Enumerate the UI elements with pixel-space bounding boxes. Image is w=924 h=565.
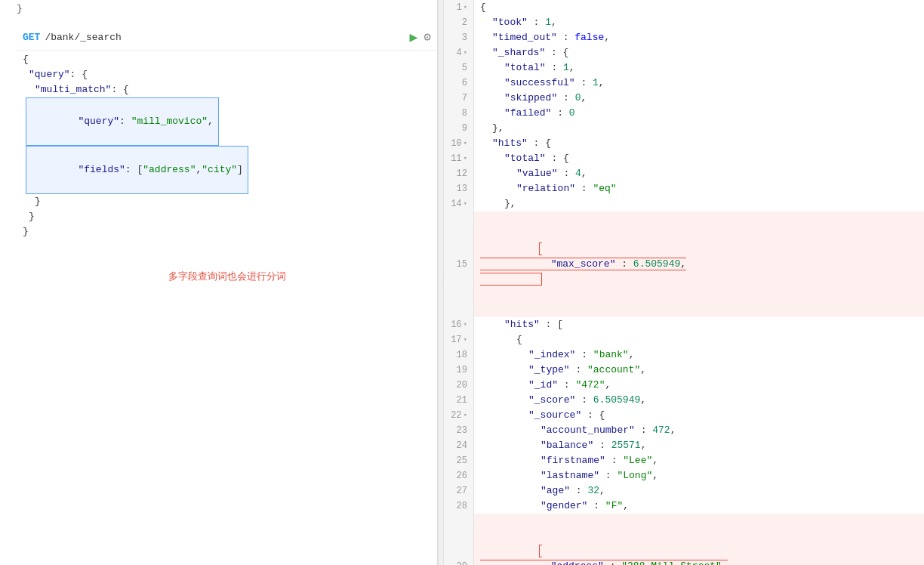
left-code-editor[interactable]: { "query": { "multi_match": { "query": "… xyxy=(17,51,437,565)
code-line-mm-close: } xyxy=(23,194,431,209)
right-line-18: 18 "_index" : "bank", xyxy=(444,347,924,363)
right-line-15: 15 "max_score" : 6.505949, xyxy=(444,211,924,317)
right-panel: 1▾ { 2 "took" : 1, 3 "timed_out" : false… xyxy=(444,0,924,565)
right-line-5: 5 "total" : 1, xyxy=(444,60,924,76)
right-line-21: 21 "_score" : 6.505949, xyxy=(444,393,924,408)
annotation-text: 多字段查询词也会进行分词 xyxy=(168,271,286,282)
left-panel: } GET /bank/_search ▶ ⚙ { "query": { "mu… xyxy=(0,0,438,565)
response-scroll[interactable]: 1▾ { 2 "took" : 1, 3 "timed_out" : false… xyxy=(444,0,924,565)
code-line-query-close: } xyxy=(23,209,431,224)
right-line-20: 20 "_id" : "472", xyxy=(444,378,924,393)
right-line-13: 13 "relation" : "eq" xyxy=(444,181,924,196)
code-line-outer-close: } xyxy=(23,224,431,239)
right-line-23: 23 "account_number" : 472, xyxy=(444,423,924,438)
code-line-fields-val: "fields": ["address","city"] xyxy=(23,146,431,194)
right-line-1: 1▾ { xyxy=(444,0,924,15)
right-line-9: 9 }, xyxy=(444,121,924,136)
right-line-26: 26 "lastname" : "Long", xyxy=(444,468,924,483)
right-line-28: 28 "gender" : "F", xyxy=(444,499,924,514)
right-line-14: 14▾ }, xyxy=(444,196,924,211)
request-url: /bank/_search xyxy=(45,32,402,43)
right-line-24: 24 "balance" : 25571, xyxy=(444,438,924,453)
right-line-4: 4▾ "_shards" : { xyxy=(444,45,924,60)
left-code-close-brace: } xyxy=(17,2,23,17)
code-line-open-brace: { xyxy=(23,52,431,67)
annotation-container: 多字段查询词也会进行分词 xyxy=(23,270,431,283)
wrench-button[interactable]: ⚙ xyxy=(424,29,431,45)
right-line-27: 27 "age" : 32, xyxy=(444,483,924,499)
right-line-3: 3 "timed_out" : false, xyxy=(444,30,924,45)
right-line-17: 17▾ { xyxy=(444,332,924,347)
right-line-7: 7 "skipped" : 0, xyxy=(444,91,924,106)
right-line-19: 19 "_type" : "account", xyxy=(444,363,924,378)
right-line-22: 22▾ "_source" : { xyxy=(444,408,924,423)
right-line-6: 6 "successful" : 1, xyxy=(444,76,924,91)
right-line-8: 8 "failed" : 0 xyxy=(444,106,924,121)
right-line-11: 11▾ "total" : { xyxy=(444,151,924,166)
right-line-12: 12 "value" : 4, xyxy=(444,166,924,181)
right-line-29: 29 "address" : "288 Mill Street", xyxy=(444,514,924,565)
http-method: GET xyxy=(23,32,40,43)
code-line-multimatch: "multi_match": { xyxy=(23,82,431,97)
run-button[interactable]: ▶ xyxy=(410,29,418,45)
panel-divider[interactable]: ⋮ xyxy=(438,0,444,565)
code-line-query-val: "query": "mill_movico", xyxy=(23,97,431,146)
right-line-10: 10▾ "hits" : { xyxy=(444,136,924,151)
right-line-16: 16▾ "hits" : [ xyxy=(444,317,924,332)
request-toolbar: GET /bank/_search ▶ ⚙ xyxy=(17,24,437,51)
right-line-25: 25 "firstname" : "Lee", xyxy=(444,453,924,468)
code-line-query: "query": { xyxy=(23,67,431,82)
right-line-2: 2 "took" : 1, xyxy=(444,15,924,30)
